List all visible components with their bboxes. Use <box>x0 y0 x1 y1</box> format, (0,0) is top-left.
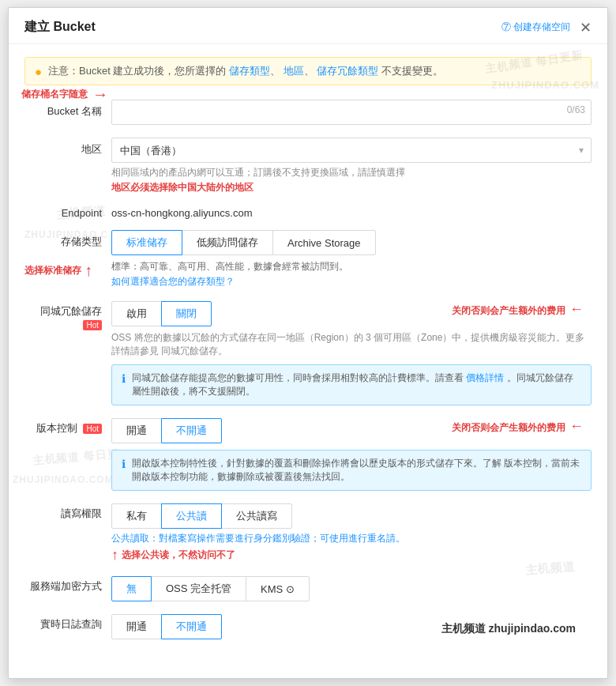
notice-icon: ● <box>35 65 42 78</box>
redundancy-desc: OSS 將您的數據以冗餘的方式儲存在同一地區（Region）的 3 個可用區（Z… <box>111 331 592 358</box>
version-info-text: 開啟版本控制特性後，針對數據的覆蓋和刪除操作將會以歷史版本的形式儲存下來。了解 … <box>132 457 581 484</box>
logging-row: 實時日誌查詢 開通 不開通 主机频道 zhujipindao.com <box>24 614 592 639</box>
encryption-oss-button[interactable]: OSS 完全托管 <box>151 576 246 601</box>
info-icon: ℹ <box>122 372 126 385</box>
storage-type-archive-button[interactable]: Archive Storage <box>272 230 376 255</box>
redundancy-label: 同城冗餘儲存 Hot <box>24 301 111 330</box>
notice-bar: ● 储存桶名字随意 注意：Bucket 建立成功後，您所選擇的 儲存類型、 地區… <box>24 57 592 85</box>
help-link[interactable]: ⑦ 创建存储空间 <box>501 21 570 34</box>
acl-label: 讀寫權限 <box>24 503 111 521</box>
encryption-row: 服務端加密方式 無 OSS 完全托管 KMS ⊙ <box>24 576 592 601</box>
version-info-icon: ℹ <box>122 458 126 470</box>
version-annotation: 关闭否则会产生额外的费用 ← <box>452 418 584 435</box>
redundancy-enable-button[interactable]: 啟用 <box>111 301 162 326</box>
storage-annotation: 选择标准储存 ↑ <box>24 262 92 280</box>
bucket-name-input[interactable] <box>111 100 592 125</box>
storage-type-link[interactable]: 如何選擇適合您的儲存類型？ <box>111 275 592 288</box>
bucket-name-row: 储存桶名字随意 → Bucket 名稱 0/63 <box>24 100 592 125</box>
endpoint-row: Endpoint oss-cn-hongkong.aliyuncs.com <box>24 207 592 219</box>
dialog-title: 建立 Bucket <box>24 19 96 36</box>
dialog-body: ● 储存桶名字随意 注意：Bucket 建立成功後，您所選擇的 儲存類型、 地區… <box>9 44 607 665</box>
version-disable-button[interactable]: 不開通 <box>161 418 222 443</box>
redundancy-hot-badge: Hot <box>83 320 102 330</box>
acl-row: 讀寫權限 私有 公共讀 公共讀寫 公共讀取：對檔案寫操作需要進行身分鑑別驗證；可… <box>24 503 592 564</box>
region-control: 中国（香港） 新加坡 ▾ 相同區域內的產品內網可以互通；訂購後不支持更換區域，請… <box>111 138 592 194</box>
acl-link-text: 公共讀取：對檔案寫操作需要進行身分鑑別驗證；可使用進行重名請。 <box>111 533 405 544</box>
bucket-name-input-wrapper: 0/63 <box>111 100 592 125</box>
close-button[interactable]: ✕ <box>580 21 592 35</box>
acl-hint: 公共讀取：對檔案寫操作需要進行身分鑑別驗證；可使用進行重名請。 <box>111 532 592 545</box>
region-row: 地区 中国（香港） 新加坡 ▾ 相同區域內的產品內網可以互通；訂購後不支持更換區… <box>24 138 592 194</box>
logging-enable-button[interactable]: 開通 <box>111 614 162 639</box>
bucket-name-control: 0/63 <box>111 100 592 125</box>
notice-link-redundancy[interactable]: 儲存冗餘類型 <box>317 65 378 77</box>
version-row: 关闭否则会产生额外的费用 ← 版本控制 Hot 開通 不開通 ℹ 開啟版本控制特… <box>24 418 592 491</box>
region-select[interactable]: 中国（香港） 新加坡 <box>111 138 592 163</box>
encryption-control: 無 OSS 完全托管 KMS ⊙ <box>111 576 592 601</box>
acl-private-button[interactable]: 私有 <box>111 503 162 529</box>
encryption-none-button[interactable]: 無 <box>111 576 152 601</box>
logging-disable-button[interactable]: 不開通 <box>161 614 222 639</box>
redundancy-close-button[interactable]: 關閉 <box>161 301 212 326</box>
acl-public-read-button[interactable]: 公共讀 <box>161 503 222 529</box>
endpoint-label: Endpoint <box>24 207 111 219</box>
storage-type-ia-button[interactable]: 低频訪問儲存 <box>182 230 273 255</box>
acl-rename-link[interactable]: 進行重名請 <box>348 533 396 544</box>
dialog-header: 建立 Bucket ⑦ 创建存储空间 ✕ <box>9 8 607 44</box>
acl-control: 私有 公共讀 公共讀寫 公共讀取：對檔案寫操作需要進行身分鑑別驗證；可使用進行重… <box>111 503 592 564</box>
region-select-wrapper: 中国（香港） 新加坡 ▾ <box>111 138 592 163</box>
create-bucket-dialog: 主机频道 每日更新 ZHUJIPINDAO.COM 主机频道 ZHUJIPIND… <box>8 7 608 679</box>
footer-watermark: 主机频道 zhujipindao.com <box>441 622 576 636</box>
redundancy-info-bar: ℹ 同城冗餘儲存能提高您的數據可用性，同時會採用相對較高的計費標準。請查看 價格… <box>111 364 592 405</box>
bucket-annotation: 储存桶名字随意 → <box>21 85 108 104</box>
redundancy-row: 关闭否则会产生额外的费用 ← 同城冗餘儲存 Hot 啟用 關閉 OSS 將您的數… <box>24 301 592 405</box>
encryption-label: 服務端加密方式 <box>24 576 111 594</box>
storage-type-control: 标准储存 低频訪問儲存 Archive Storage 標準：高可靠、高可用、高… <box>111 230 592 288</box>
redundancy-info-text: 同城冗餘儲存能提高您的數據可用性，同時會採用相對較高的計費標準。請查看 價格詳情… <box>132 371 581 398</box>
redundancy-annotation: 关闭否则会产生额外的费用 ← <box>452 301 584 318</box>
storage-type-desc: 標準：高可靠、高可用、高性能，數據會經常被訪問到。 <box>111 260 592 273</box>
header-right: ⑦ 创建存储空间 ✕ <box>501 21 592 35</box>
storage-type-standard-button[interactable]: 标准储存 <box>111 230 182 255</box>
storage-type-label: 存储类型 <box>24 230 111 249</box>
version-label: 版本控制 Hot <box>24 418 111 435</box>
storage-type-btn-group: 标准储存 低频訪問儲存 Archive Storage <box>111 230 592 255</box>
logging-label: 實時日誌查詢 <box>24 614 111 631</box>
version-enable-button[interactable]: 開通 <box>111 418 162 443</box>
encryption-kms-button[interactable]: KMS ⊙ <box>246 576 310 601</box>
region-hint: 相同區域內的產品內網可以互通；訂購後不支持更換區域，請謹慎選擇 <box>111 166 592 179</box>
notice-link-region[interactable]: 地區 <box>284 65 304 77</box>
encryption-btn-group: 無 OSS 完全托管 KMS ⊙ <box>111 576 592 601</box>
version-info-bar: ℹ 開啟版本控制特性後，針對數據的覆蓋和刪除操作將會以歷史版本的形式儲存下來。了… <box>111 450 592 491</box>
region-label: 地区 <box>24 138 111 156</box>
acl-btn-group: 私有 公共讀 公共讀寫 <box>111 503 592 529</box>
acl-annotation: ↑ 选择公共读，不然访问不了 <box>111 547 592 564</box>
redundancy-price-link[interactable]: 價格詳情 <box>466 372 504 383</box>
storage-type-row: 选择标准储存 ↑ 存储类型 标准储存 低频訪問儲存 Archive Storag… <box>24 230 592 288</box>
notice-link-storage-type[interactable]: 儲存類型 <box>229 65 270 77</box>
endpoint-value: oss-cn-hongkong.aliyuncs.com <box>111 207 252 219</box>
notice-text: 储存桶名字随意 注意：Bucket 建立成功後，您所選擇的 儲存類型、 地區、 … <box>48 64 443 78</box>
acl-public-readwrite-button[interactable]: 公共讀寫 <box>221 503 292 529</box>
region-annotation: 地区必须选择除中国大陆外的地区 <box>111 181 592 194</box>
version-hot-badge: Hot <box>83 424 102 434</box>
